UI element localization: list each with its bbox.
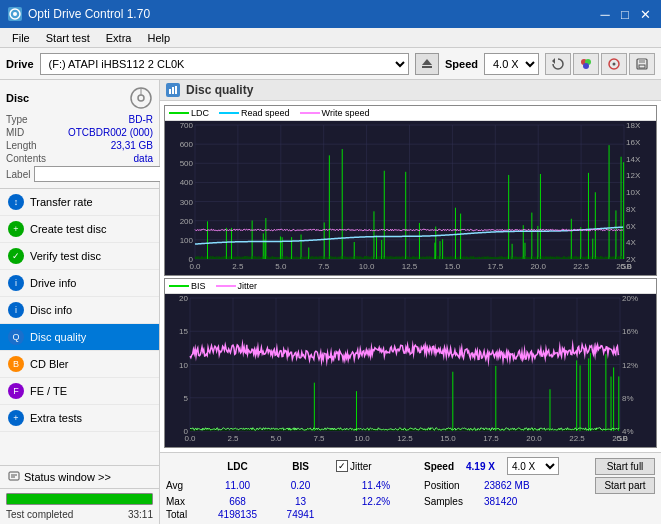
- app-icon: [8, 7, 22, 21]
- svg-rect-16: [9, 472, 19, 480]
- contents-label: Contents: [6, 153, 46, 164]
- disc-section: Disc Type BD-R MID OTCBDR002 (000) Lengt…: [0, 80, 159, 189]
- bottom-chart-container: BIS Jitter: [164, 278, 657, 448]
- samples-value: 381420: [484, 496, 517, 507]
- svg-rect-11: [639, 59, 645, 63]
- bis-label: BIS: [191, 281, 206, 291]
- title-bar-left: Opti Drive Control 1.70: [8, 7, 150, 21]
- speed-select[interactable]: 4.0 X: [484, 53, 539, 75]
- stats-avg-row: Avg 11.00 0.20 11.4% Position 23862 MB S…: [166, 477, 655, 494]
- svg-point-9: [613, 62, 616, 65]
- drive-info-label: Drive info: [30, 277, 76, 289]
- total-label: Total: [166, 509, 202, 520]
- progress-bar-inner: [7, 494, 152, 504]
- sidebar-nav: ↕ Transfer rate + Create test disc ✓ Ver…: [0, 189, 159, 465]
- toolbar-icons: [545, 53, 655, 75]
- fe-te-label: FE / TE: [30, 385, 67, 397]
- speed-stat-header: Speed: [424, 461, 454, 472]
- extra-tests-label: Extra tests: [30, 412, 82, 424]
- ldc-color: [169, 112, 189, 114]
- status-window-icon: [8, 471, 20, 483]
- disc-button[interactable]: [601, 53, 627, 75]
- menu-help[interactable]: Help: [139, 30, 178, 46]
- read-speed-color: [219, 112, 239, 114]
- drive-bar: Drive (F:) ATAPI iHBS112 2 CL0K Speed 4.…: [0, 48, 661, 80]
- start-full-button[interactable]: Start full: [595, 458, 655, 475]
- stats-header-row: LDC BIS ✓ Jitter Speed 4.19 X 4.0 X Star…: [166, 457, 655, 475]
- eject-button[interactable]: [415, 53, 439, 75]
- jitter-checkbox[interactable]: ✓: [336, 460, 348, 472]
- label-label: Label: [6, 169, 30, 180]
- maximize-button[interactable]: □: [617, 6, 633, 22]
- status-text: Test completed: [6, 509, 73, 520]
- menu-extra[interactable]: Extra: [98, 30, 140, 46]
- ldc-label: LDC: [191, 108, 209, 118]
- length-value: 23,31 GB: [111, 140, 153, 151]
- top-chart-container: LDC Read speed Write speed: [164, 105, 657, 276]
- jitter-check-row: ✓ Jitter: [336, 460, 416, 472]
- svg-point-7: [583, 63, 589, 69]
- stats-area: LDC BIS ✓ Jitter Speed 4.19 X 4.0 X Star…: [160, 452, 661, 524]
- svg-rect-19: [169, 89, 171, 94]
- disc-header: Disc: [6, 86, 153, 110]
- avg-jitter: 11.4%: [336, 480, 416, 491]
- right-panel: Disc quality LDC Read speed: [160, 80, 661, 524]
- drive-select[interactable]: (F:) ATAPI iHBS112 2 CL0K: [40, 53, 409, 75]
- transfer-rate-label: Transfer rate: [30, 196, 93, 208]
- label-row: Label ✎: [6, 166, 153, 182]
- menu-start-test[interactable]: Start test: [38, 30, 98, 46]
- sidebar-item-verify-test-disc[interactable]: ✓ Verify test disc: [0, 243, 159, 270]
- type-value: BD-R: [129, 114, 153, 125]
- speed-value-display: 4.19 X: [466, 460, 495, 472]
- minimize-button[interactable]: ─: [597, 6, 613, 22]
- jitter-label: Jitter: [238, 281, 258, 291]
- verify-test-disc-label: Verify test disc: [30, 250, 101, 262]
- avg-label: Avg: [166, 480, 202, 491]
- bottom-chart-canvas: [165, 294, 656, 447]
- sidebar-item-cd-bler[interactable]: B CD Bler: [0, 351, 159, 378]
- max-label: Max: [166, 496, 202, 507]
- refresh-button[interactable]: [545, 53, 571, 75]
- sidebar-item-disc-quality[interactable]: Q Disc quality: [0, 324, 159, 351]
- save-button[interactable]: [629, 53, 655, 75]
- window-title: Opti Drive Control 1.70: [28, 7, 150, 21]
- contents-value: data: [134, 153, 153, 164]
- read-speed-legend: Read speed: [219, 108, 290, 118]
- samples-label: Samples: [424, 496, 474, 507]
- avg-bis: 0.20: [273, 480, 328, 491]
- chart-header-icon: [166, 83, 180, 97]
- ldc-legend: LDC: [169, 108, 209, 118]
- top-chart-canvas: [165, 121, 656, 275]
- cd-bler-label: CD Bler: [30, 358, 69, 370]
- menu-file[interactable]: File: [4, 30, 38, 46]
- disc-quality-icon: Q: [8, 329, 24, 345]
- sidebar-item-fe-te[interactable]: F FE / TE: [0, 378, 159, 405]
- bottom-chart-legend: BIS Jitter: [165, 279, 656, 294]
- sidebar: Disc Type BD-R MID OTCBDR002 (000) Lengt…: [0, 80, 160, 524]
- disc-info-icon: i: [8, 302, 24, 318]
- disc-length-row: Length 23,31 GB: [6, 140, 153, 151]
- bis-legend: BIS: [169, 281, 206, 291]
- status-window-button[interactable]: Status window >>: [0, 466, 159, 488]
- disc-type-row: Type BD-R: [6, 114, 153, 125]
- color-button[interactable]: [573, 53, 599, 75]
- create-test-disc-icon: +: [8, 221, 24, 237]
- sidebar-item-extra-tests[interactable]: + Extra tests: [0, 405, 159, 432]
- write-speed-label: Write speed: [322, 108, 370, 118]
- start-part-button[interactable]: Start part: [595, 477, 655, 494]
- close-button[interactable]: ✕: [637, 6, 653, 22]
- speed-test-select[interactable]: 4.0 X: [507, 457, 559, 475]
- disc-quality-label: Disc quality: [30, 331, 86, 343]
- disc-contents-row: Contents data: [6, 153, 153, 164]
- svg-point-1: [13, 12, 17, 16]
- jitter-checkbox-label: Jitter: [350, 461, 372, 472]
- svg-rect-12: [639, 65, 645, 68]
- sidebar-item-transfer-rate[interactable]: ↕ Transfer rate: [0, 189, 159, 216]
- sidebar-item-drive-info[interactable]: i Drive info: [0, 270, 159, 297]
- bis-color: [169, 285, 189, 287]
- verify-test-disc-icon: ✓: [8, 248, 24, 264]
- sidebar-item-disc-info[interactable]: i Disc info: [0, 297, 159, 324]
- sidebar-item-create-test-disc[interactable]: + Create test disc: [0, 216, 159, 243]
- position-value: 23862 MB: [484, 480, 530, 491]
- label-input[interactable]: [34, 166, 167, 182]
